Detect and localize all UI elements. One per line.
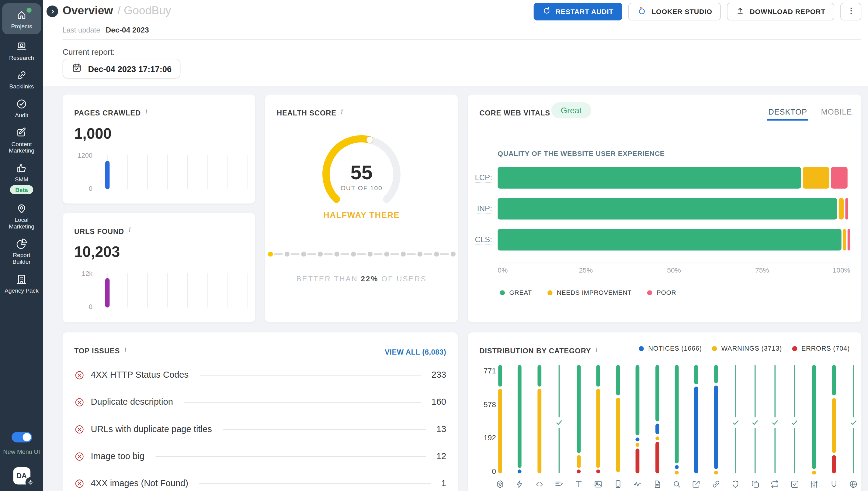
distribution-column-lightning[interactable] <box>518 365 522 473</box>
sidebar-item-backlinks[interactable]: Backlinks <box>2 65 41 93</box>
distribution-column-pulse[interactable] <box>635 365 640 473</box>
category-icon-letter-u[interactable] <box>829 480 839 489</box>
gridline <box>207 273 208 308</box>
issue-row[interactable]: Image too big12 <box>74 450 446 462</box>
download-report-button[interactable]: DOWNLOAD REPORT <box>727 3 834 20</box>
segment-g <box>498 365 502 386</box>
looker-studio-button[interactable]: LOOKER STUDIO <box>628 3 721 20</box>
category-icon-image[interactable] <box>594 480 603 489</box>
progress-dot <box>434 252 439 256</box>
code-icon <box>535 480 544 489</box>
issue-row[interactable]: 4XX HTTP Status Codes233 <box>74 369 446 381</box>
category-icon-shield[interactable] <box>731 480 740 489</box>
link-icon <box>711 480 721 489</box>
sidebar-item-agency-pack[interactable]: Agency Pack <box>2 269 41 297</box>
segment-y <box>616 397 620 472</box>
leader-line <box>184 402 421 402</box>
sidebar-item-local-marketing[interactable]: Local Marketing <box>2 198 41 233</box>
progress-dash <box>291 253 300 255</box>
segment-y <box>498 389 502 473</box>
issue-row[interactable]: 4XX images (Not Found)1 <box>74 477 446 489</box>
sidebar-item-research[interactable]: Research <box>2 36 41 64</box>
info-icon[interactable]: i <box>125 345 127 353</box>
sidebar-expand-button[interactable] <box>47 5 58 17</box>
report-date-picker[interactable]: Dec-04 2023 17:17:06 <box>63 59 181 79</box>
segment-r <box>577 470 580 474</box>
segment-y <box>577 455 580 468</box>
text-flow-icon <box>554 480 564 489</box>
category-icon-repeat[interactable] <box>770 480 780 489</box>
segment-poor <box>831 167 848 189</box>
issue-x-icon <box>74 424 85 434</box>
distribution-column-link[interactable] <box>714 365 718 473</box>
category-icon-mobile[interactable] <box>613 480 623 489</box>
category-icon-copy[interactable] <box>751 480 760 489</box>
category-icon-document[interactable] <box>652 480 662 489</box>
cwv-row-inp: INP: <box>497 198 850 220</box>
distribution-column-cube[interactable] <box>498 365 502 473</box>
category-icon-code[interactable] <box>535 480 544 489</box>
distribution-column-text-flow[interactable] <box>557 365 561 473</box>
view-all-link[interactable]: VIEW ALL (6,083) <box>385 348 446 356</box>
issue-label: 4XX images (Not Found) <box>91 478 188 488</box>
distribution-column-checkbox[interactable] <box>793 365 796 473</box>
metric-label[interactable]: INP: <box>477 204 492 213</box>
distribution-column-repeat[interactable] <box>773 365 777 473</box>
progress-dot <box>451 252 455 256</box>
restart-audit-button[interactable]: RESTART AUDIT <box>534 3 622 20</box>
distribution-card: DISTRIBUTION BY CATEGORYi NOTICES (1666)… <box>468 333 861 491</box>
tab-mobile[interactable]: MOBILE <box>821 107 852 121</box>
distribution-column-sliders[interactable] <box>812 365 816 473</box>
distribution-column-letter-u[interactable] <box>832 365 836 473</box>
copy-icon <box>751 480 760 489</box>
distribution-column-search[interactable] <box>675 365 679 473</box>
sidebar-item-projects[interactable]: Projects <box>2 3 41 34</box>
category-icon-pulse[interactable] <box>633 480 642 489</box>
distribution-column-globe[interactable] <box>851 365 855 473</box>
distribution-column-document[interactable] <box>655 365 659 473</box>
settings-gear-button[interactable] <box>25 477 35 487</box>
category-icon-text-flow[interactable] <box>554 480 564 489</box>
info-icon[interactable]: i <box>341 107 343 115</box>
sidebar-item-content-marketing[interactable]: Content Marketing <box>2 123 41 157</box>
metric-label[interactable]: CLS: <box>475 235 492 244</box>
gridline <box>187 273 188 308</box>
info-icon[interactable]: i <box>145 107 147 115</box>
issue-row[interactable]: Duplicate description160 <box>74 396 446 408</box>
distribution-column-code[interactable] <box>537 365 541 473</box>
metric-label[interactable]: LCP: <box>475 173 492 182</box>
category-icon-lightning[interactable] <box>515 480 525 489</box>
sidebar-item-smm[interactable]: SMMBeta <box>2 158 41 198</box>
issue-count: 12 <box>436 451 446 461</box>
search-icon <box>672 480 682 489</box>
info-icon[interactable]: i <box>129 226 131 234</box>
sidebar-item-report-builder[interactable]: Report Builder <box>2 234 41 268</box>
info-icon[interactable]: i <box>596 345 598 353</box>
distribution-column-external-link[interactable] <box>694 365 698 473</box>
category-icon-external-link[interactable] <box>691 480 701 489</box>
progress-dash <box>374 253 383 255</box>
category-icon-link[interactable] <box>711 480 721 489</box>
cwv-row-cls: CLS: <box>497 229 850 251</box>
category-icon-sliders[interactable] <box>809 480 819 489</box>
sidebar-item-audit[interactable]: Audit <box>2 94 41 121</box>
distribution-column-title[interactable] <box>577 365 580 473</box>
more-options-button[interactable] <box>840 3 861 20</box>
category-icon-title[interactable] <box>574 480 583 489</box>
distribution-column-image[interactable] <box>596 365 600 473</box>
distribution-column-shield[interactable] <box>734 365 737 473</box>
category-icon-search[interactable] <box>672 480 682 489</box>
segment-needs-improvement <box>803 167 829 189</box>
distribution-column-mobile[interactable] <box>616 365 620 473</box>
category-icon-globe[interactable] <box>848 480 858 489</box>
tab-desktop[interactable]: DESKTOP <box>768 107 807 121</box>
segment-y <box>675 470 679 474</box>
progress-dash <box>324 253 333 255</box>
segment-b <box>635 437 640 441</box>
category-icon-checkbox[interactable] <box>790 480 799 489</box>
distribution-column-copy[interactable] <box>753 365 757 473</box>
new-menu-toggle[interactable] <box>11 432 32 443</box>
category-icon-cube[interactable] <box>495 480 505 489</box>
card-title: TOP ISSUES <box>74 347 120 355</box>
issue-row[interactable]: URLs with duplicate page titles13 <box>74 423 446 435</box>
